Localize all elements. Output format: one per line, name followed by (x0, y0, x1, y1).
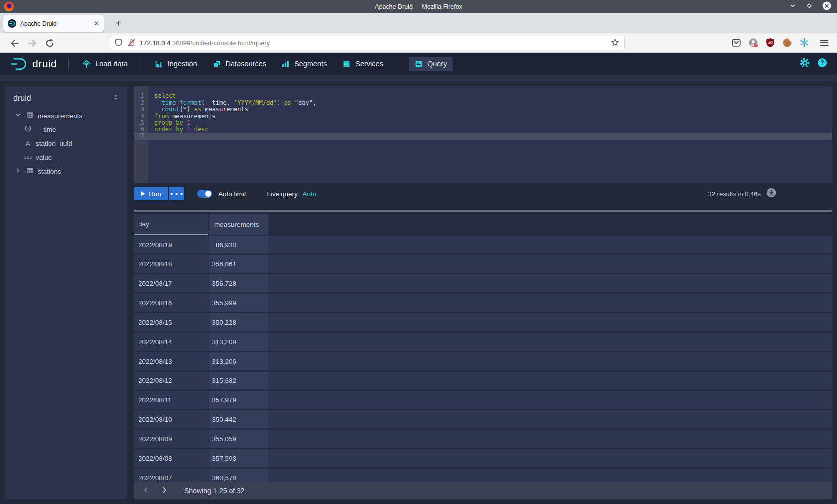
cell-day[interactable]: 2022/08/10 (134, 410, 208, 428)
editor-line[interactable]: 4from measurements (134, 113, 832, 120)
sidebar-item-time[interactable]: __time (5, 123, 127, 136)
editor-line[interactable]: 3 count(*) as measurements (134, 106, 832, 113)
sidebar-item-measurements[interactable]: measurements (5, 109, 127, 123)
extension-asterisk-icon[interactable] (799, 38, 809, 48)
panel-resize-handle[interactable] (134, 210, 832, 212)
ublock-origin-icon[interactable]: uO (765, 38, 775, 48)
schema-sort-icon[interactable] (112, 94, 119, 103)
window-minimize-icon[interactable] (789, 2, 796, 11)
editor-line[interactable]: 2 time_format(__time, 'YYYY/MM/dd') as "… (134, 100, 832, 107)
cell-measurements[interactable]: 350,228 (209, 313, 268, 331)
table-row[interactable]: 2022/08/18356,061 (134, 255, 832, 274)
account-icon[interactable] (748, 38, 758, 48)
nav-services[interactable]: Services (340, 57, 385, 71)
new-tab-button[interactable]: + (112, 17, 125, 30)
table-row[interactable]: 2022/08/09355,059 (134, 430, 832, 449)
results-table: day measurements 2022/08/1986,9302022/08… (134, 214, 832, 482)
table-icon (26, 167, 34, 176)
nav-ingestion[interactable]: Ingestion (153, 57, 199, 71)
table-row[interactable]: 2022/08/07360,570 (134, 469, 832, 482)
tab-close-icon[interactable]: ✕ (94, 20, 99, 27)
editor-line[interactable]: 5group by 1 (134, 120, 832, 126)
nav-segments[interactable]: Segments (279, 57, 329, 71)
settings-gear-icon[interactable] (800, 58, 810, 70)
cell-measurements[interactable]: 355,059 (209, 430, 268, 448)
previous-page-icon[interactable] (142, 486, 150, 495)
cell-day[interactable]: 2022/08/15 (134, 313, 208, 331)
measurement-value: 355,999 (212, 299, 236, 307)
cell-day[interactable]: 2022/08/07 (134, 469, 208, 482)
menu-hamburger-icon[interactable] (819, 38, 829, 48)
cell-measurements[interactable]: 355,999 (209, 294, 268, 312)
pocket-icon[interactable] (731, 38, 741, 48)
table-row[interactable]: 2022/08/17356,728 (134, 274, 832, 294)
window-maximize-icon[interactable] (806, 2, 813, 11)
cell-day[interactable]: 2022/08/12 (134, 372, 208, 389)
cell-day[interactable]: 2022/08/17 (134, 274, 208, 292)
nav-datasources[interactable]: Datasources (211, 57, 268, 71)
cell-day[interactable]: 2022/08/09 (134, 430, 208, 448)
sidebar-item-station-uuid[interactable]: A station_uuid (5, 136, 127, 150)
table-row[interactable]: 2022/08/14313,209 (134, 333, 832, 352)
tracking-shield-icon[interactable] (114, 38, 123, 48)
table-row[interactable]: 2022/08/12315,682 (134, 372, 832, 391)
help-icon[interactable]: ? (817, 58, 827, 70)
auto-limit-toggle[interactable] (197, 190, 212, 198)
table-row[interactable]: 2022/08/1986,930 (134, 236, 832, 255)
url-bar[interactable]: 172.18.0.4:30899/unified-console.html#qu… (109, 36, 625, 50)
cell-measurements[interactable]: 357,979 (209, 391, 268, 409)
back-button-icon[interactable] (10, 38, 20, 48)
cell-measurements[interactable]: 350,442 (209, 410, 268, 428)
datasources-icon (213, 60, 221, 68)
cell-measurements[interactable]: 356,061 (209, 255, 268, 273)
editor-line[interactable]: 6order by 1 desc (134, 126, 832, 133)
nav-label: Ingestion (168, 60, 197, 68)
bookmark-star-icon[interactable] (611, 38, 619, 48)
table-row[interactable]: 2022/08/15350,228 (134, 313, 832, 333)
cell-day[interactable]: 2022/08/13 (134, 352, 208, 370)
cell-day[interactable]: 2022/08/11 (134, 391, 208, 409)
cell-measurements[interactable]: 315,682 (209, 372, 268, 389)
insecure-lock-icon[interactable] (127, 38, 136, 48)
chevron-down-icon[interactable] (14, 112, 22, 120)
run-more-button[interactable]: ● ● ● (169, 187, 184, 200)
table-row[interactable]: 2022/08/16355,999 (134, 294, 832, 313)
cell-measurements[interactable]: 313,209 (209, 333, 268, 351)
sidebar-item-value[interactable]: 123 value (5, 150, 127, 164)
cell-day[interactable]: 2022/08/18 (134, 255, 208, 273)
column-header-day[interactable]: day (134, 214, 208, 235)
cell-day[interactable]: 2022/08/14 (134, 333, 208, 351)
column-header-measurements[interactable]: measurements (209, 214, 268, 235)
editor-line[interactable]: 1select (134, 93, 832, 100)
table-row[interactable]: 2022/08/10350,442 (134, 410, 832, 430)
table-row[interactable]: 2022/08/08357,593 (134, 449, 832, 469)
table-row[interactable]: 2022/08/13313,206 (134, 352, 832, 372)
url-text: 172.18.0.4:30899/unified-console.html#qu… (140, 39, 270, 47)
reload-button-icon[interactable] (45, 38, 55, 48)
nav-load-data[interactable]: Load data (80, 57, 130, 71)
nav-query[interactable]: Query (409, 57, 453, 71)
cell-day[interactable]: 2022/08/16 (134, 294, 208, 312)
cell-measurements[interactable]: 313,206 (209, 352, 268, 370)
cell-day[interactable]: 2022/08/08 (134, 449, 208, 467)
cell-day[interactable]: 2022/08/19 (134, 236, 208, 253)
forward-button-icon[interactable] (27, 38, 37, 48)
run-button[interactable]: Run (134, 187, 168, 200)
browser-tab-apache-druid[interactable]: Apache Druid ✕ (3, 15, 104, 32)
live-query-value[interactable]: Auto (303, 190, 317, 198)
sql-editor[interactable]: 1select2 time_format(__time, 'YYYY/MM/dd… (134, 86, 832, 183)
window-close-icon[interactable] (822, 1, 831, 12)
cell-measurements[interactable]: 356,728 (209, 274, 268, 292)
cell-measurements[interactable]: 86,930 (209, 236, 268, 253)
druid-brand[interactable]: druid (10, 57, 57, 71)
next-page-icon[interactable] (161, 486, 168, 495)
cell-measurements[interactable]: 360,570 (209, 469, 268, 482)
table-row[interactable]: 2022/08/11357,979 (134, 391, 832, 410)
editor-line[interactable]: 7 (134, 133, 832, 140)
cell-measurements[interactable]: 357,593 (209, 449, 268, 467)
cookie-icon[interactable] (782, 38, 792, 48)
header-shadow-strip (0, 75, 837, 81)
download-results-icon[interactable] (766, 188, 776, 200)
chevron-right-icon[interactable] (14, 167, 22, 175)
sidebar-item-stations[interactable]: stations (5, 164, 127, 178)
